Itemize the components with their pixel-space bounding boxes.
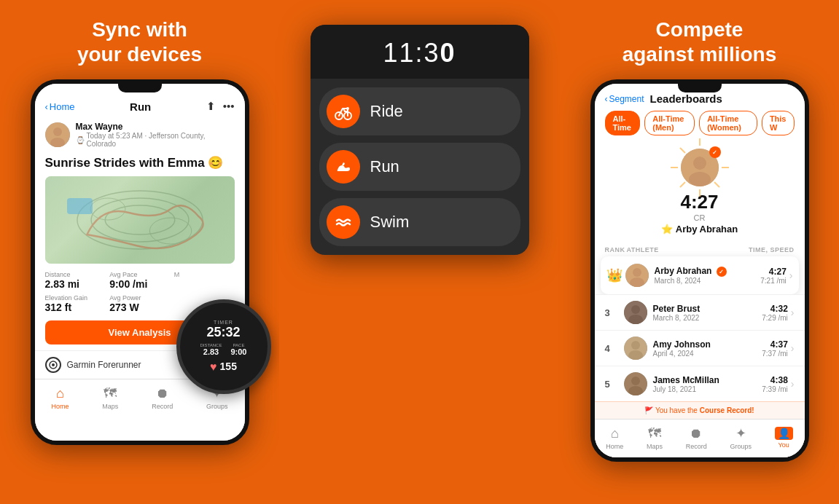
activity-title: Sunrise Strides with Emma 😊 bbox=[35, 152, 245, 176]
right-phone-notch bbox=[678, 84, 722, 92]
user-location: ⌚ Today at 5:23 AM · Jefferson County, C… bbox=[76, 132, 235, 148]
smartwatch-ui: 11:30 Ride bbox=[311, 25, 529, 255]
activity-ride[interactable]: Ride bbox=[319, 87, 520, 135]
time-col-header: TIME, SPEED bbox=[744, 246, 795, 253]
nav-record[interactable]: ⏺ Record bbox=[152, 386, 173, 410]
header-icons: ⬆ ••• bbox=[206, 100, 235, 113]
topo-lines-svg bbox=[45, 176, 235, 264]
garmin-icon bbox=[45, 357, 61, 373]
time-info-3: 4:32 7:29 /mi bbox=[737, 304, 788, 322]
tab-all-time-men[interactable]: All-Time (Men) bbox=[644, 111, 695, 135]
star-icon: ⭐ bbox=[661, 224, 673, 235]
athlete-info-4: Amy Johnson April 4, 2024 bbox=[653, 339, 737, 358]
lb-row-5[interactable]: 5 James McMillan July 18, 2021 4:38 7:39… bbox=[595, 366, 805, 401]
activity-swim[interactable]: Swim bbox=[319, 198, 520, 246]
user-row: Max Wayne ⌚ Today at 5:23 AM · Jefferson… bbox=[35, 117, 245, 152]
athlete-avatar-5 bbox=[624, 372, 647, 395]
lb-row-1[interactable]: 👑 Arby Abrahan ✓ March 8, 2024 4:27 7:21… bbox=[601, 256, 799, 294]
phone-notch bbox=[118, 84, 162, 92]
verified-badge: ✓ bbox=[709, 146, 721, 158]
right-heading: Competeagainst millions bbox=[623, 17, 777, 66]
user-avatar bbox=[45, 122, 70, 147]
chevron-right-icon-5: › bbox=[791, 378, 795, 390]
user-info: Max Wayne ⌚ Today at 5:23 AM · Jefferson… bbox=[76, 122, 235, 148]
cr-record-banner: 🚩 You have the Course Record! bbox=[595, 401, 805, 419]
svg-point-31 bbox=[631, 341, 640, 350]
athlete-info-3: Peter Brust March 8, 2022 bbox=[653, 304, 737, 322]
right-panel: Competeagainst millions ‹ Segment Leader… bbox=[560, 0, 839, 504]
phone-header: ‹ Home Run ⬆ ••• bbox=[35, 92, 245, 117]
lb-row-3[interactable]: 3 Peter Brust March 8, 2022 4:32 7:29 /m… bbox=[595, 294, 805, 330]
activity-run[interactable]: Run bbox=[319, 143, 520, 191]
chevron-right-icon-3: › bbox=[791, 307, 795, 318]
garmin-label: Garmin Forerunner bbox=[67, 360, 141, 370]
map-area bbox=[45, 176, 235, 264]
run-label: Run bbox=[370, 157, 399, 176]
home-icon: ⌂ bbox=[56, 386, 64, 401]
watch-time-display: 11:30 bbox=[311, 25, 529, 79]
athlete-avatar-3 bbox=[624, 301, 647, 324]
right-nav-maps[interactable]: 🗺 Maps bbox=[647, 426, 663, 450]
athlete-avatar-4 bbox=[624, 336, 647, 360]
left-panel: Sync withyour devices ‹ Home Run ⬆ ••• bbox=[0, 0, 279, 504]
ride-label: Ride bbox=[370, 102, 403, 121]
nav-home[interactable]: ⌂ Home bbox=[51, 386, 69, 410]
nav-maps[interactable]: 🗺 Maps bbox=[102, 386, 118, 410]
svg-point-28 bbox=[631, 305, 640, 314]
svg-point-7 bbox=[149, 218, 191, 244]
tab-all-time-women[interactable]: All-Time (Women) bbox=[699, 111, 757, 135]
time-info-4: 4:37 7:37 /mi bbox=[737, 339, 788, 358]
groups-icon-right: ✦ bbox=[735, 425, 746, 441]
chevron-right-icon-1: › bbox=[789, 269, 793, 281]
right-nav-groups[interactable]: ✦ Groups bbox=[730, 425, 752, 450]
rank-3: 3 bbox=[605, 307, 624, 318]
rank-5: 5 bbox=[605, 379, 624, 390]
rank-col-header: RANK bbox=[605, 246, 627, 253]
right-nav-record[interactable]: ⏺ Record bbox=[686, 426, 707, 450]
back-button[interactable]: ‹ Home bbox=[45, 101, 75, 112]
chevron-left-icon: ‹ bbox=[45, 101, 48, 112]
record-icon: ⏺ bbox=[156, 386, 169, 401]
crown-icon: 👑 bbox=[606, 267, 625, 283]
svg-point-25 bbox=[633, 268, 641, 277]
watch-distance-stat: DISTANCE 2.83 bbox=[200, 343, 222, 356]
stat-elevation: Elevation Gain 312 ft bbox=[45, 294, 106, 313]
lb-row-4[interactable]: 4 Amy Johnson April 4, 2024 4:37 7:37 /m… bbox=[595, 330, 805, 366]
chevron-right-icon-4: › bbox=[791, 342, 795, 354]
map-icon-right: 🗺 bbox=[648, 426, 661, 441]
ride-icon-circle bbox=[327, 95, 360, 128]
run-title: Run bbox=[130, 101, 151, 113]
stat-distance: Distance 2.83 mi bbox=[45, 271, 106, 290]
athlete-info-1: Arby Abrahan ✓ March 8, 2024 bbox=[655, 266, 735, 286]
run-icon-circle bbox=[327, 150, 360, 184]
right-nav-home[interactable]: ⌂ Home bbox=[606, 426, 623, 450]
svg-point-9 bbox=[52, 363, 55, 366]
more-icon[interactable]: ••• bbox=[223, 100, 235, 113]
watch-pace-stat: PACE 9:00 bbox=[230, 343, 246, 356]
you-icon-right: 👤 bbox=[775, 427, 793, 440]
flag-icon: 🚩 bbox=[644, 406, 653, 414]
tab-this-week[interactable]: This W bbox=[762, 111, 795, 135]
athlete-info-5: James McMillan July 18, 2021 bbox=[653, 375, 737, 393]
cr-avatar-wrap: ✓ bbox=[681, 149, 719, 186]
share-icon[interactable]: ⬆ bbox=[206, 100, 216, 113]
lb-title: Leaderboards bbox=[650, 92, 722, 105]
lb-table-header: RANK ATHLETE TIME, SPEED bbox=[595, 243, 805, 256]
cr-name: ⭐ Arby Abrahan bbox=[661, 224, 738, 235]
map-bg bbox=[45, 176, 235, 264]
home-icon-right: ⌂ bbox=[611, 426, 619, 441]
center-panel: 11:30 Ride bbox=[279, 0, 560, 504]
swim-icon-circle bbox=[327, 205, 360, 239]
right-nav-you[interactable]: 👤 You bbox=[775, 427, 793, 449]
time-info-1: 4:27 7:21 /mi bbox=[735, 267, 787, 285]
map-icon: 🗺 bbox=[104, 386, 117, 401]
rank-4: 4 bbox=[605, 343, 624, 354]
svg-line-18 bbox=[714, 182, 719, 187]
stat-power: Avg Power 273 W bbox=[109, 294, 170, 313]
stat-pace: Avg Pace 9:00 /mi bbox=[109, 271, 170, 290]
athlete-col-header: ATHLETE bbox=[627, 246, 744, 253]
cr-label: CR bbox=[694, 213, 706, 222]
record-icon-right: ⏺ bbox=[690, 426, 703, 441]
lb-back-button[interactable]: ‹ Segment bbox=[605, 94, 644, 104]
tab-all-time[interactable]: All-Time bbox=[605, 111, 641, 135]
